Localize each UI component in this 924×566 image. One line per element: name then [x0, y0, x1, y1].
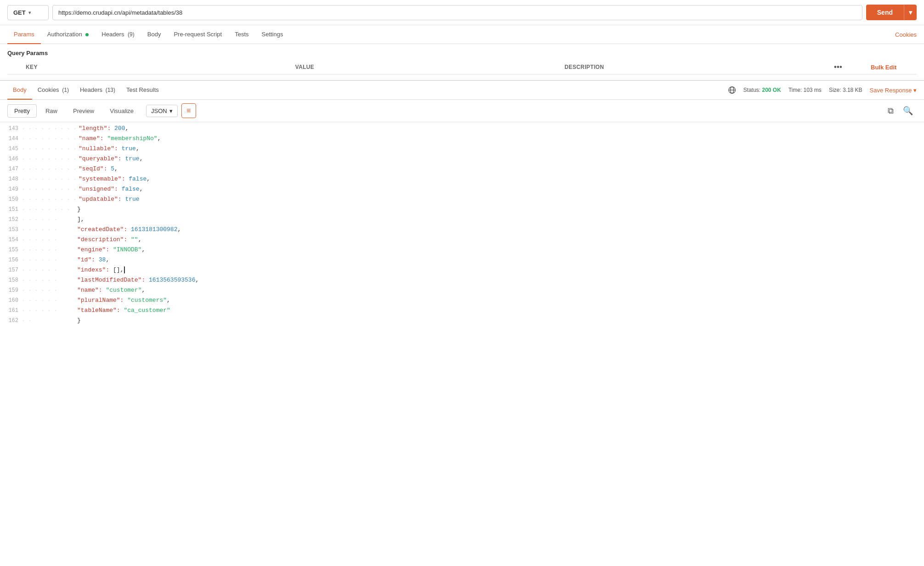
json-line: 153· · · · · ·"createdDate": 16131813009…: [0, 225, 924, 235]
url-bar: GET ▾ Send ▾: [0, 0, 924, 25]
line-dots: · · · · · · · · ·: [22, 176, 79, 183]
search-icon[interactable]: 🔍: [899, 104, 917, 118]
method-dropdown[interactable]: GET ▾: [7, 5, 49, 20]
params-table-header: KEY VALUE DESCRIPTION ••• Bulk Edit: [7, 60, 917, 74]
method-label: GET: [13, 9, 26, 16]
line-content: "indexs": [],: [77, 266, 924, 275]
tab-body[interactable]: Body: [141, 25, 168, 44]
line-dots: · · · · · · · · ·: [22, 166, 79, 173]
response-tabs: Body Cookies (1) Headers (13) Test Resul…: [0, 81, 924, 100]
copy-icon[interactable]: ⧉: [884, 104, 897, 118]
time-label: Time: 103 ms: [789, 87, 822, 93]
json-line: 149· · · · · · · · ·"unsigned": false,: [0, 185, 924, 195]
json-line: 146· · · · · · · · ·"queryable": true,: [0, 154, 924, 164]
fmt-tab-raw[interactable]: Raw: [39, 104, 64, 118]
json-line: 150· · · · · · · · ·"updatable": true: [0, 195, 924, 205]
line-content: "updatable": true: [79, 195, 924, 204]
line-dots: · · · · · · · ·: [22, 206, 77, 214]
json-line: 154· · · · · ·"description": "",: [0, 235, 924, 245]
tab-headers[interactable]: Headers (9): [95, 25, 141, 44]
save-response-chevron: ▾: [913, 87, 917, 94]
send-dropdown-arrow[interactable]: ▾: [904, 5, 917, 20]
query-params-section: Query Params KEY VALUE DESCRIPTION ••• B…: [0, 44, 924, 80]
chevron-down-icon: ▾: [28, 10, 31, 15]
cookies-link[interactable]: Cookies: [895, 31, 917, 38]
filter-button[interactable]: ≡: [181, 103, 196, 118]
line-number: 161: [0, 306, 22, 315]
json-line: 144· · · · · · · · ·"name": "membershipN…: [0, 134, 924, 144]
line-dots: · · · · · ·: [22, 226, 77, 234]
query-params-title: Query Params: [7, 50, 917, 57]
fmt-tab-pretty[interactable]: Pretty: [7, 104, 37, 118]
json-line: 161· · · · · ·"tableName": "ca_customer": [0, 306, 924, 316]
line-dots: · · · · · ·: [22, 267, 77, 274]
line-dots: · · · · · ·: [22, 287, 77, 294]
line-dots: · · · · · · · · ·: [22, 196, 79, 204]
globe-icon: [728, 86, 736, 94]
line-number: 155: [0, 246, 22, 255]
tab-tests[interactable]: Tests: [228, 25, 255, 44]
line-content: "name": "membershipNo",: [79, 134, 924, 144]
line-content: "queryable": true,: [79, 154, 924, 164]
status-label: Status: 200 OK: [744, 87, 781, 93]
json-format-dropdown[interactable]: JSON ▾: [146, 105, 178, 117]
json-line: 160· · · · · ·"pluralName": "customers",: [0, 296, 924, 306]
line-content: "engine": "INNODB",: [77, 245, 924, 255]
resp-tab-cookies[interactable]: Cookies (1): [32, 81, 74, 100]
fmt-tab-preview[interactable]: Preview: [66, 104, 101, 118]
line-number: 159: [0, 286, 22, 295]
line-number: 153: [0, 226, 22, 234]
line-content: "createdDate": 1613181300982,: [77, 225, 924, 235]
line-content: ],: [77, 215, 924, 225]
json-line: 157· · · · · ·"indexs": [],: [0, 266, 924, 276]
line-number: 147: [0, 165, 22, 174]
line-number: 148: [0, 175, 22, 184]
key-col-header: KEY: [26, 64, 295, 70]
bulk-edit-button[interactable]: Bulk Edit: [871, 64, 917, 71]
save-response-button[interactable]: Save Response ▾: [870, 87, 917, 94]
tab-settings[interactable]: Settings: [255, 25, 290, 44]
line-number: 160: [0, 296, 22, 305]
line-dots: · · · · · · · · ·: [22, 125, 79, 133]
status-value: 200 OK: [762, 87, 781, 93]
json-line: 158· · · · · ·"lastModifiedDate": 161356…: [0, 276, 924, 286]
tab-params[interactable]: Params: [7, 25, 41, 44]
resp-tab-headers[interactable]: Headers (13): [74, 81, 121, 100]
fmt-tab-visualize[interactable]: Visualize: [103, 104, 141, 118]
resp-tab-testresults[interactable]: Test Results: [121, 81, 164, 100]
line-number: 152: [0, 215, 22, 224]
tab-authorization[interactable]: Authorization: [41, 25, 96, 44]
line-number: 145: [0, 145, 22, 153]
line-dots: · · · · · ·: [22, 237, 77, 244]
json-line: 147· · · · · · · · ·"seqId": 5,: [0, 164, 924, 175]
more-options-icon[interactable]: •••: [834, 63, 871, 71]
line-content: "nullable": true,: [79, 144, 924, 154]
json-line: 151· · · · · · · ·}: [0, 205, 924, 215]
line-content: "systemable": false,: [79, 175, 924, 184]
line-dots: · · · · · · · · ·: [22, 146, 79, 153]
url-input[interactable]: [52, 5, 862, 20]
tab-prerequest[interactable]: Pre-request Script: [167, 25, 228, 44]
line-dots: · · · · · · · · ·: [22, 156, 79, 163]
desc-col-header: DESCRIPTION: [564, 64, 834, 70]
response-meta: Status: 200 OK Time: 103 ms Size: 3.18 K…: [728, 86, 917, 94]
send-button[interactable]: Send ▾: [866, 5, 917, 20]
line-content: "lastModifiedDate": 1613563593536,: [77, 276, 924, 285]
line-dots: · · · · · · · · ·: [22, 136, 79, 143]
send-button-label: Send: [866, 5, 904, 20]
line-content: }: [77, 316, 924, 326]
line-number: 157: [0, 266, 22, 275]
json-line: 155· · · · · ·"engine": "INNODB",: [0, 245, 924, 255]
format-tabs: Pretty Raw Preview Visualize JSON ▾ ≡ ⧉ …: [0, 100, 924, 122]
json-line: 159· · · · · ·"name": "customer",: [0, 286, 924, 296]
json-line: 162· ·}: [0, 316, 924, 326]
resp-tab-body[interactable]: Body: [7, 81, 32, 100]
json-line: 156· · · · · ·"id": 38,: [0, 255, 924, 266]
size-label: Size: 3.18 KB: [829, 87, 862, 93]
line-content: "id": 38,: [77, 255, 924, 265]
json-line: 152· · · · · ·],: [0, 215, 924, 225]
line-content: "unsigned": false,: [79, 185, 924, 194]
request-tabs: Params Authorization Headers (9) Body Pr…: [0, 25, 924, 44]
line-dots: · · · · · ·: [22, 277, 77, 284]
line-dots: · · · · · · · · ·: [22, 186, 79, 193]
